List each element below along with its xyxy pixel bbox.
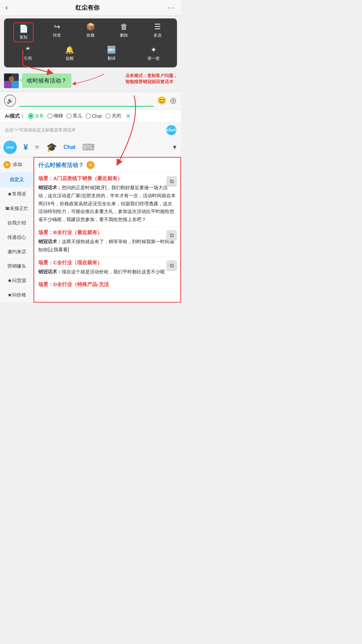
translate-label: 翻译 bbox=[108, 56, 116, 61]
annotation-text: 业务模式：复制客户问题，智能推荐销冠级回复话术 bbox=[125, 73, 178, 85]
favorite-menu-item[interactable]: 📦 收藏 bbox=[80, 22, 101, 42]
hint-bar: 点击"+"可添加自定义标签及常用话术 chat bbox=[0, 123, 181, 138]
search-label: 搜一搜 bbox=[147, 56, 160, 61]
chat-bubble: 啥时候有活动？ bbox=[22, 73, 71, 88]
scenario-a-copy[interactable]: ⧉ bbox=[166, 176, 177, 187]
sidebar-item-custom[interactable]: 自定义 bbox=[0, 173, 33, 187]
header: ‹ 红尘有你 ··· bbox=[0, 0, 181, 16]
scenario-a: 场景：A门店类线下销售（最近就有） ⧉ 销冠话术：您问的正是时候[呲牙]，我们刚… bbox=[34, 173, 180, 227]
context-menu-row-1: 📄 复制 ↪ 转发 📦 收藏 🗑 删除 ☰ 多选 bbox=[7, 22, 174, 42]
toolbar-keyboard[interactable]: ⌨ bbox=[82, 142, 95, 153]
radio-yuer-dot bbox=[66, 113, 72, 119]
close-button[interactable]: ✕ bbox=[126, 112, 131, 120]
add-circle-icon: + bbox=[3, 161, 11, 168]
sidebar-item-common[interactable]: ★常用语 bbox=[0, 187, 33, 202]
sidebar-item-busy[interactable]: ☎未接正忙 bbox=[0, 202, 33, 216]
radio-chat-dot bbox=[85, 113, 91, 119]
sidebar-item-intro[interactable]: 自我介绍 bbox=[0, 216, 33, 230]
main-content: + 添加 自定义 ★常用语 ☎未接正忙 自我介绍 传递信心 邀约来店 营销噱头 … bbox=[0, 157, 181, 303]
context-menu: 📄 复制 ↪ 转发 📦 收藏 🗑 删除 ☰ 多选 ❝ 引用 🔔 提醒 � bbox=[4, 18, 177, 67]
quote-label: 引用 bbox=[24, 56, 32, 61]
mode-chat[interactable]: Chat bbox=[85, 113, 102, 119]
sidebar-item-trust[interactable]: 传递信心 bbox=[0, 230, 33, 245]
forward-label: 转发 bbox=[53, 33, 61, 38]
remind-menu-item[interactable]: 🔔 提醒 bbox=[60, 46, 80, 61]
svg-point-4 bbox=[9, 76, 14, 82]
scenario-b-content: 销冠话术：这两天很快就会有了，稍等等哈，到时候我第一时间通知你[让我看看] bbox=[38, 238, 176, 254]
scenario-c-title: 场景：C全行业（现在就有） bbox=[38, 260, 176, 266]
scenario-b-copy[interactable]: ⧉ bbox=[166, 230, 177, 241]
scenario-a-content: 销冠话术：您问的正是时候[呲牙]，我们刚好最近要做一场大活动，这次活动是厂家/总… bbox=[38, 184, 176, 224]
sidebar-item-invite[interactable]: 邀约来店 bbox=[0, 245, 33, 259]
scenario-c-copy[interactable]: ⧉ bbox=[166, 260, 177, 271]
chat-area: 啥时候有活动？ 业务模式：复制客户问题，智能推荐销冠级回复话术 bbox=[0, 70, 181, 92]
ai-mode-label: Ai模式： bbox=[5, 113, 25, 119]
mode-hailiao[interactable]: 嗨聊 bbox=[47, 113, 63, 119]
chat-bubble-text: 啥时候有活动？ bbox=[27, 77, 67, 84]
radio-yewu-label: 业务 bbox=[35, 113, 44, 119]
voice-icon: 🔊 bbox=[7, 98, 13, 104]
delete-icon: 🗑 bbox=[120, 22, 128, 31]
hint-chat-icon[interactable]: chat bbox=[166, 125, 176, 135]
sidebar-item-marketing[interactable]: 营销噱头 bbox=[0, 259, 33, 274]
delete-menu-item[interactable]: 🗑 删除 bbox=[114, 22, 134, 42]
scenario-c-content: 销冠话术：现在这个就是活动价哈，我们平时都比这贵不少呢 bbox=[38, 268, 176, 276]
mode-yewu[interactable]: 业务 bbox=[28, 113, 44, 119]
voice-button[interactable]: 🔊 bbox=[4, 95, 16, 107]
message-input[interactable] bbox=[19, 95, 154, 107]
avatar bbox=[4, 73, 19, 88]
remind-label: 提醒 bbox=[66, 56, 74, 61]
radio-chat-label: Chat bbox=[92, 113, 102, 119]
input-bar: 🔊 😊 ⊕ bbox=[0, 92, 181, 110]
radio-hailiao-dot bbox=[47, 113, 53, 119]
toolbar-chat-text[interactable]: Chat bbox=[64, 144, 76, 150]
multiselect-label: 多选 bbox=[154, 33, 162, 38]
multiselect-menu-item[interactable]: ☰ 多选 bbox=[147, 22, 168, 42]
toolbar-heart[interactable]: ♥ bbox=[35, 143, 39, 152]
quote-menu-item[interactable]: ❝ 引用 bbox=[18, 46, 38, 61]
forward-icon: ↪ bbox=[54, 22, 60, 31]
back-button[interactable]: ‹ bbox=[5, 3, 8, 12]
quote-icon: ❝ bbox=[26, 46, 30, 54]
favorite-icon: 📦 bbox=[86, 22, 95, 31]
forward-menu-item[interactable]: ↪ 转发 bbox=[47, 22, 67, 42]
radio-yewu-dot bbox=[28, 113, 34, 119]
scenario-d: 场景：D全行业（特殊产品-无活 bbox=[34, 279, 180, 293]
sidebar-item-source[interactable]: ★问货源 bbox=[0, 274, 33, 288]
sidebar-item-price[interactable]: ★问价格 bbox=[0, 288, 33, 303]
toolbar: chat ¥ ♥ 🎓 Chat ⌨ ▼ bbox=[0, 138, 181, 157]
mode-yuer[interactable]: 育儿 bbox=[66, 113, 82, 119]
plus-button[interactable]: ⊕ bbox=[170, 96, 177, 106]
copy-menu-item[interactable]: 📄 复制 bbox=[13, 22, 34, 42]
scenario-d-title: 场景：D全行业（特殊产品-无活 bbox=[38, 281, 176, 288]
svg-rect-2 bbox=[11, 81, 19, 88]
sidebar-add-label: 添加 bbox=[13, 162, 22, 168]
copy-label: 复制 bbox=[19, 35, 27, 40]
question-title: 什么时候有活动？ bbox=[38, 161, 84, 169]
scenario-b: 场景：B全行业（最近就有） ⧉ 销冠话术：这两天很快就会有了，稍等等哈，到时候我… bbox=[34, 227, 180, 257]
translate-menu-item[interactable]: 🔤 翻译 bbox=[102, 46, 122, 61]
more-button[interactable]: ··· bbox=[168, 3, 176, 12]
copy-icon: ⧉ bbox=[170, 178, 174, 184]
toolbar-gradcap[interactable]: 🎓 bbox=[46, 142, 57, 153]
emoji-button[interactable]: 😊 bbox=[157, 96, 166, 105]
sidebar-add-button[interactable]: + 添加 bbox=[0, 157, 33, 173]
question-plus-button[interactable]: + bbox=[86, 161, 95, 169]
sidebar: + 添加 自定义 ★常用语 ☎未接正忙 自我介绍 传递信心 邀约来店 营销噱头 … bbox=[0, 157, 34, 303]
search-menu-item[interactable]: ✦ 搜一搜 bbox=[143, 46, 164, 61]
toolbar-chat-logo[interactable]: chat bbox=[3, 141, 17, 154]
search-icon: ✦ bbox=[150, 46, 157, 54]
favorite-label: 收藏 bbox=[86, 33, 95, 38]
toolbar-yuan[interactable]: ¥ bbox=[23, 143, 28, 152]
radio-yuer-label: 育儿 bbox=[73, 113, 82, 119]
ai-mode-bar: Ai模式： 业务 嗨聊 育儿 Chat 关闭 ✕ bbox=[0, 110, 181, 123]
mode-off[interactable]: 关闭 bbox=[105, 113, 121, 119]
scenario-b-title: 场景：B全行业（最近就有） bbox=[38, 229, 176, 236]
radio-off-label: 关闭 bbox=[112, 113, 121, 119]
copy-icon-c: ⧉ bbox=[170, 263, 174, 269]
hint-text: 点击"+"可添加自定义标签及常用话术 bbox=[5, 127, 76, 133]
scenario-a-title: 场景：A门店类线下销售（最近就有） bbox=[38, 175, 176, 182]
toolbar-arrow[interactable]: ▼ bbox=[172, 144, 178, 151]
svg-rect-3 bbox=[4, 81, 11, 88]
delete-label: 删除 bbox=[120, 33, 128, 38]
